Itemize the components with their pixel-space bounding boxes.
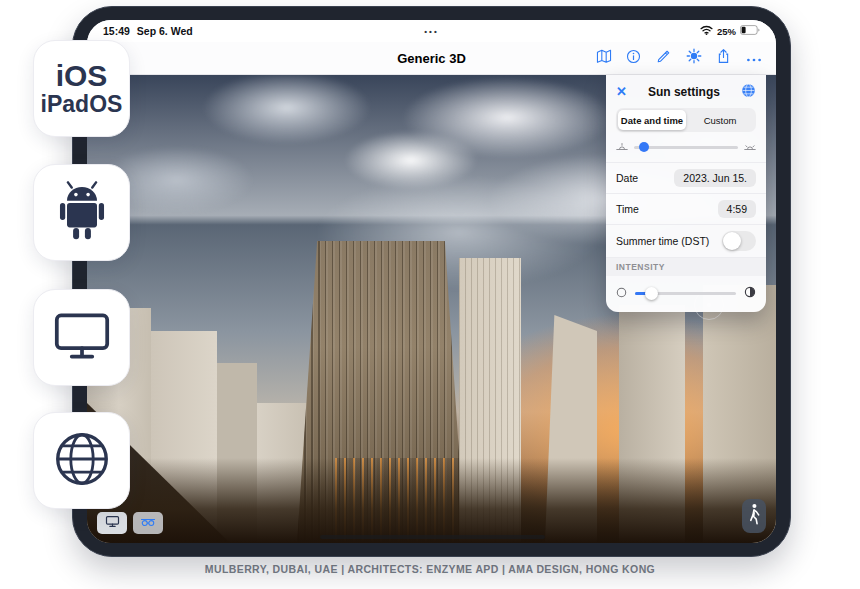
panel-title: Sun settings <box>648 85 720 99</box>
sun-settings-button[interactable] <box>685 50 702 67</box>
ipados-label: iPadOS <box>41 92 123 117</box>
time-value-button[interactable]: 4:59 <box>718 200 756 218</box>
ground <box>87 458 776 543</box>
ios-label: iOS <box>56 60 108 92</box>
dst-toggle[interactable] <box>722 231 756 251</box>
glasses-icon <box>140 514 156 532</box>
ipad-frame: 15:49 Sep 6. Wed ••• 25% <box>72 6 791 557</box>
ellipsis-icon <box>746 49 762 67</box>
sunrise-icon <box>616 141 628 153</box>
android-icon <box>53 181 111 245</box>
tab-custom[interactable]: Custom <box>686 110 754 130</box>
walking-person-icon <box>747 503 761 529</box>
date-label: Date <box>616 172 638 184</box>
more-button[interactable] <box>745 50 762 67</box>
platform-badge-ios: iOS iPadOS <box>33 40 130 137</box>
walk-mode-button[interactable] <box>742 499 766 533</box>
platform-badge-web <box>33 412 130 509</box>
sunset-icon <box>744 141 756 153</box>
time-row: Time 4:59 <box>606 193 766 224</box>
mode-segmented-control: Date and time Custom <box>616 108 756 132</box>
close-icon[interactable]: ✕ <box>616 85 627 98</box>
screen-view-button[interactable] <box>97 512 127 534</box>
home-indicator[interactable] <box>320 535 545 539</box>
map-button[interactable] <box>595 50 612 67</box>
intensity-slider-thumb[interactable] <box>645 287 658 300</box>
project-caption: MULBERRY, DUBAI, UAE | ARCHITECTS: ENZYM… <box>0 563 860 575</box>
desktop-monitor-icon <box>54 311 110 365</box>
tab-date-and-time[interactable]: Date and time <box>618 110 686 130</box>
status-bar: 15:49 Sep 6. Wed ••• 25% <box>87 20 776 42</box>
intensity-slider-row <box>606 276 766 312</box>
stereo-view-button[interactable] <box>133 512 163 534</box>
sun-position-slider[interactable] <box>634 146 738 149</box>
map-icon <box>596 49 612 68</box>
sun-icon <box>686 48 702 68</box>
markup-button[interactable] <box>655 50 672 67</box>
sun-settings-panel: ✕ Sun settings Date and time Custom <box>606 75 766 312</box>
pencil-icon <box>656 49 671 68</box>
platform-badge-desktop <box>33 289 130 386</box>
marketing-composite: iOS iPadOS <box>0 0 860 589</box>
share-icon <box>716 48 731 68</box>
intensity-slider[interactable] <box>635 292 736 295</box>
view-mode-toolbar <box>97 512 163 534</box>
monitor-icon <box>105 514 120 532</box>
multitask-handle[interactable]: ••• <box>87 27 776 36</box>
time-label: Time <box>616 203 639 215</box>
dst-row: Summer time (DST) <box>606 224 766 257</box>
share-button[interactable] <box>715 50 732 67</box>
platform-badge-android <box>33 164 130 261</box>
date-value-button[interactable]: 2023. Jun 15. <box>674 169 756 187</box>
info-button[interactable] <box>625 50 642 67</box>
sun-slider-thumb[interactable] <box>639 142 649 152</box>
info-icon <box>626 49 641 68</box>
globe-icon <box>54 431 110 491</box>
intensity-section-header: INTENSITY <box>606 257 766 276</box>
date-row: Date 2023. Jun 15. <box>606 162 766 193</box>
dst-label: Summer time (DST) <box>616 235 709 247</box>
intensity-max-icon <box>744 286 756 300</box>
app-screen: 15:49 Sep 6. Wed ••• 25% <box>87 20 776 543</box>
earth-icon[interactable] <box>741 83 756 100</box>
intensity-min-icon <box>616 287 627 300</box>
sun-position-slider-row <box>606 132 766 162</box>
nav-bar: Generic 3D <box>87 42 776 75</box>
